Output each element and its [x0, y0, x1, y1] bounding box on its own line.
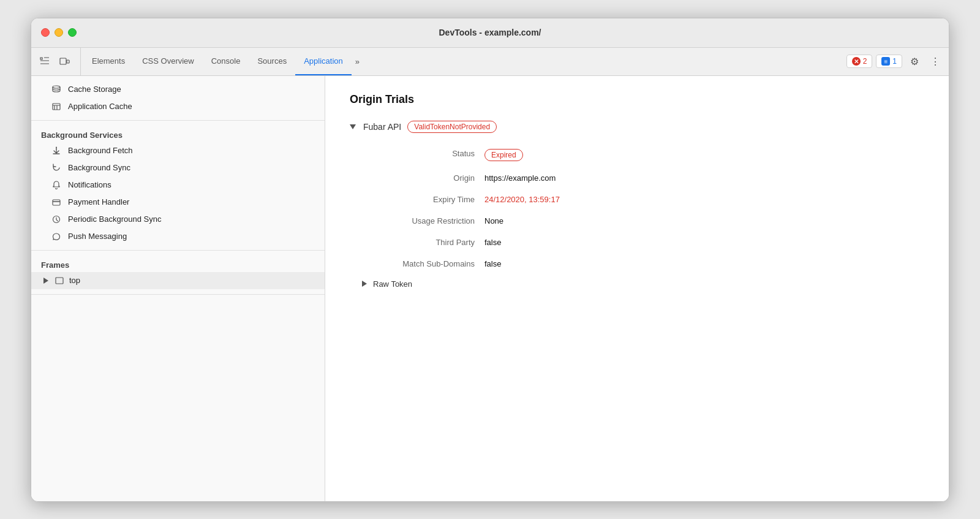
- devtools-window: DevTools - example.com/ Elements C: [31, 18, 949, 502]
- tab-sources[interactable]: Sources: [249, 48, 295, 75]
- minimize-button[interactable]: [55, 28, 63, 37]
- raw-token-row[interactable]: Raw Token: [362, 279, 924, 289]
- payment-handler-icon: [51, 197, 62, 207]
- api-header: Fubar API ValidTokenNotProvided: [350, 121, 924, 133]
- error-count: 2: [863, 57, 867, 66]
- tab-application[interactable]: Application: [295, 48, 352, 75]
- sidebar-item-background-sync[interactable]: Background Sync: [31, 159, 325, 176]
- usage-label: Usage Restriction: [362, 210, 484, 232]
- origin-label: Origin: [362, 167, 484, 189]
- api-name: Fubar API: [363, 122, 401, 132]
- push-messaging-icon: [51, 232, 62, 241]
- svg-rect-3: [53, 104, 60, 110]
- info-count: 1: [892, 57, 897, 66]
- third-party-value: false: [484, 232, 924, 253]
- background-sync-icon: [51, 163, 62, 173]
- status-label: Status: [362, 143, 484, 167]
- sidebar-item-application-cache[interactable]: Application Cache: [31, 98, 325, 115]
- svg-rect-1: [67, 60, 69, 63]
- sidebar-frames-section: Frames top: [31, 251, 325, 295]
- raw-token-expand-icon: [362, 281, 367, 287]
- sidebar-item-background-fetch[interactable]: Background Fetch: [31, 142, 325, 159]
- expired-badge: Expired: [484, 149, 523, 161]
- detail-grid: Status Expired Origin https://example.co…: [362, 143, 924, 275]
- close-button[interactable]: [41, 28, 50, 37]
- maximize-button[interactable]: [68, 28, 77, 37]
- traffic-lights: [41, 28, 77, 37]
- status-value: Expired: [484, 143, 924, 167]
- background-services-title: Background Services: [31, 126, 325, 142]
- notifications-icon: [51, 180, 62, 190]
- application-cache-icon: [51, 102, 62, 112]
- error-badge-button[interactable]: ✕ 2: [846, 55, 873, 68]
- tab-console[interactable]: Console: [203, 48, 249, 75]
- error-icon: ✕: [852, 57, 861, 66]
- token-badge: ValidTokenNotProvided: [407, 121, 497, 133]
- frame-icon: [55, 276, 64, 286]
- settings-button[interactable]: ⚙: [906, 53, 923, 70]
- info-badge-button[interactable]: ≡ 1: [876, 55, 902, 68]
- sidebar-item-payment-handler[interactable]: Payment Handler: [31, 194, 325, 211]
- sidebar-item-notifications[interactable]: Notifications: [31, 176, 325, 194]
- window-title: DevTools - example.com/: [439, 28, 541, 37]
- info-icon: ≡: [881, 57, 890, 66]
- main-area: Cache Storage Application Cache Backgrou…: [31, 76, 949, 501]
- frames-title: Frames: [31, 256, 325, 272]
- raw-token-label: Raw Token: [373, 279, 412, 289]
- more-actions-button[interactable]: ⋮: [927, 53, 944, 70]
- device-icon[interactable]: [56, 53, 73, 70]
- tab-css-overview[interactable]: CSS Overview: [134, 48, 203, 75]
- expiry-label: Expiry Time: [362, 189, 484, 210]
- svg-rect-0: [60, 58, 66, 64]
- expand-icon: [43, 278, 48, 284]
- background-fetch-icon: [51, 146, 62, 156]
- svg-point-2: [53, 86, 60, 88]
- page-title: Origin Trials: [350, 93, 924, 106]
- svg-rect-6: [56, 278, 63, 284]
- inspector-icon[interactable]: [36, 53, 53, 70]
- more-tabs-button[interactable]: »: [352, 48, 363, 75]
- sidebar-item-push-messaging[interactable]: Push Messaging: [31, 228, 325, 245]
- sidebar-background-services-section: Background Services Background Fetch: [31, 121, 325, 251]
- sidebar-item-cache-storage[interactable]: Cache Storage: [31, 81, 325, 98]
- tabbar: Elements CSS Overview Console Sources Ap…: [31, 48, 949, 76]
- tabbar-tools: [36, 48, 81, 75]
- sidebar: Cache Storage Application Cache Backgrou…: [31, 76, 325, 501]
- sidebar-storage-section: Cache Storage Application Cache: [31, 76, 325, 121]
- main-content: Origin Trials Fubar API ValidTokenNotPro…: [325, 76, 949, 501]
- third-party-label: Third Party: [362, 232, 484, 253]
- collapse-icon[interactable]: [350, 124, 356, 129]
- match-label: Match Sub-Domains: [362, 253, 484, 275]
- api-section: Fubar API ValidTokenNotProvided Status E…: [350, 121, 924, 289]
- match-value: false: [484, 253, 924, 275]
- frame-label: top: [69, 276, 80, 285]
- tab-elements[interactable]: Elements: [83, 48, 134, 75]
- svg-rect-4: [53, 200, 60, 205]
- cache-storage-icon: [51, 85, 62, 94]
- origin-value: https://example.com: [484, 167, 924, 189]
- sidebar-item-periodic-background-sync[interactable]: Periodic Background Sync: [31, 211, 325, 228]
- tabbar-right: ✕ 2 ≡ 1 ⚙ ⋮: [846, 48, 944, 75]
- titlebar: DevTools - example.com/: [31, 18, 949, 48]
- periodic-background-sync-icon: [51, 214, 62, 224]
- sidebar-item-top-frame[interactable]: top: [31, 272, 325, 289]
- usage-value: None: [484, 210, 924, 232]
- expiry-value: 24/12/2020, 13:59:17: [484, 189, 924, 210]
